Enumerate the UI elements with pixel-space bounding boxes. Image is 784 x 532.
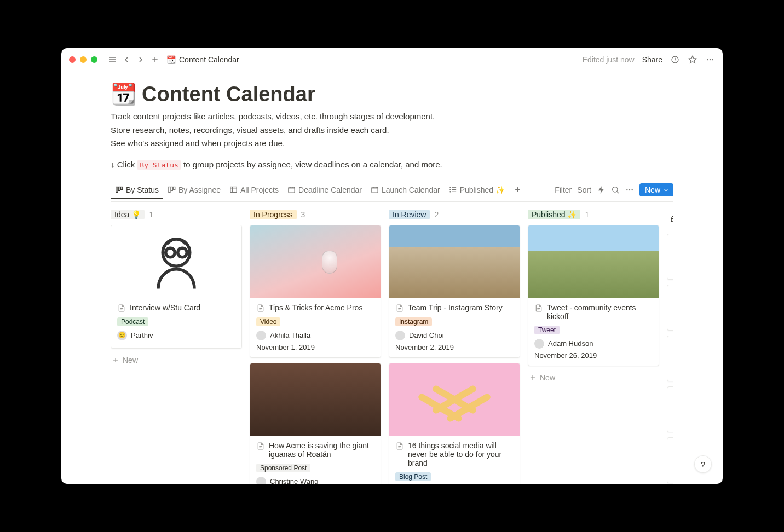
card-image [111,225,241,298]
tab-launch-calendar[interactable]: Launch Calendar [366,182,445,199]
column-in-review: In Review2Team Trip - Instagram StoryIns… [389,210,520,484]
svg-rect-14 [171,187,172,191]
column-idea-: Idea 💡1Interview w/Stu CardPodcast🙂Parth… [111,210,242,484]
svg-marker-6 [689,56,696,63]
card[interactable]: Blog PostBlog Post [667,234,673,280]
tab-all-projects[interactable]: All Projects [225,182,283,199]
sidebar-toggle-icon[interactable] [107,55,117,65]
share-button[interactable]: Share [642,55,662,64]
breadcrumb[interactable]: 📆 Content Calendar [166,55,239,64]
page-hint: ↓ Click By Status to group projects by a… [111,160,673,169]
add-card-button[interactable]: New [111,354,242,367]
svg-rect-23 [372,187,378,193]
tab-by-status[interactable]: By Status [111,182,163,199]
card-tag: Sponsored Post [256,464,310,472]
card-date: November 1, 2019 [256,343,374,351]
column-in-progress: In Progress3Tips & Tricks for Acme ProsV… [250,210,381,484]
column-tag[interactable]: In Progress [250,210,297,219]
tab-published-[interactable]: Published ✨ [445,182,509,199]
card[interactable]: 16 things social media will never be abl… [389,363,520,484]
column-header: In Review2 [389,210,520,219]
card[interactable]: Blog PostBlog Post [667,336,673,381]
new-page-button[interactable] [150,55,160,65]
updates-icon[interactable] [670,55,680,65]
add-view-button[interactable] [509,182,526,198]
column-tag[interactable]: Idea 💡 [111,210,145,219]
avatar [256,477,266,484]
avatar [534,339,544,349]
card[interactable]: Tweet - community events kickoffTweetAda… [528,225,659,366]
card[interactable]: Blog PostBlog Post [667,386,673,432]
card-title: Interview w/Stu Card [117,303,235,313]
column-no-status: No StatusBlog PostBlog PostBlog PostBlog… [667,210,673,484]
column-header: Idea 💡1 [111,210,242,219]
sort-button[interactable]: Sort [577,186,591,194]
card[interactable]: Blog PostBlog Post [667,437,673,483]
card-title: How Acme is saving the giant iguanas of … [256,441,374,459]
column-count: 1 [149,210,153,219]
card-image [389,363,520,436]
favorite-icon[interactable] [688,55,697,65]
svg-point-9 [712,59,713,60]
card[interactable]: Interview w/Stu CardPodcast🙂Parthiv [111,225,242,349]
card[interactable]: Blog PostBlog Post [667,285,673,331]
svg-point-31 [450,189,451,190]
filter-button[interactable]: Filter [555,186,572,194]
hint-tag: By Status [137,160,181,170]
svg-point-39 [631,189,632,190]
chevron-down-icon [663,187,669,193]
column-tag[interactable]: No Status [667,210,673,228]
card[interactable]: Team Trip - Instagram StoryInstagramDavi… [389,225,520,358]
svg-rect-16 [230,187,237,193]
card-title: 16 things social media will never be abl… [395,441,514,467]
minimize-window-icon[interactable] [80,56,87,63]
page-title: 📆 Content Calendar [111,82,673,106]
svg-rect-19 [289,187,295,193]
card-title: Tips & Tricks for Acme Pros [256,303,374,313]
card-title: Team Trip - Instagram Story [395,303,514,313]
column-published-: Published ✨1Tweet - community events kic… [528,210,659,484]
automation-icon[interactable] [597,186,606,194]
hint-post: to group projects by assignee, view dead… [183,160,442,169]
tab-by-assignee[interactable]: By Assignee [163,182,225,199]
card-tag: Instagram [395,317,432,326]
page-title-text[interactable]: Content Calendar [142,83,315,106]
column-tag[interactable]: Published ✨ [528,210,580,219]
forward-button[interactable] [136,55,146,65]
search-icon[interactable] [611,186,620,194]
column-tag[interactable]: In Review [389,210,430,219]
page-icon[interactable]: 📆 [111,82,136,106]
card-assignee: Akhila Thalla [256,331,374,340]
column-header: Published ✨1 [528,210,659,219]
back-button[interactable] [122,55,131,65]
tab-deadline-calendar[interactable]: Deadline Calendar [283,182,366,199]
card-assignee: Christine Wang [256,477,374,484]
svg-point-30 [450,187,451,188]
window-controls [69,56,97,63]
close-window-icon[interactable] [69,56,76,63]
titlebar-right: Edited just now Share [583,55,715,65]
view-more-icon[interactable] [625,186,634,194]
card[interactable]: How Acme is saving the giant iguanas of … [250,363,381,484]
hint-pre: ↓ Click [111,160,135,169]
page-content: 📆 Content Calendar Track content project… [61,71,723,484]
column-count: 2 [434,210,439,219]
view-tabs: By StatusBy AssigneeAll ProjectsDeadline… [111,179,673,202]
board: Idea 💡1Interview w/Stu CardPodcast🙂Parth… [111,202,673,484]
card-assignee: David Choi [395,331,514,340]
svg-rect-10 [116,187,118,193]
maximize-window-icon[interactable] [91,56,97,63]
page-description-3: See who's assigned and when projects are… [111,137,673,150]
card-title: Tweet - community events kickoff [534,303,653,321]
svg-point-7 [707,59,708,60]
card[interactable]: Tips & Tricks for Acme ProsVideoAkhila T… [250,225,381,358]
more-icon[interactable] [705,55,715,65]
help-button[interactable]: ? [694,455,712,473]
card-date: November 26, 2019 [534,351,653,360]
add-card-button[interactable]: New [528,371,659,384]
card-image [250,363,381,436]
new-button[interactable]: New [639,183,673,196]
svg-rect-12 [121,187,123,190]
svg-line-36 [617,192,619,193]
view-actions: Filter Sort New [555,183,673,196]
